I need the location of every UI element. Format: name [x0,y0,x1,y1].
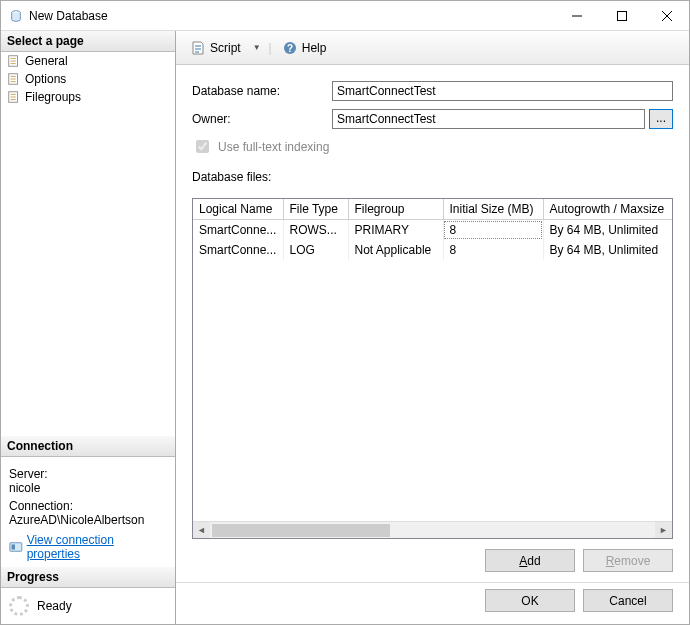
svg-text:?: ? [287,43,293,54]
connection-header: Connection [1,436,175,457]
col-initial-size[interactable]: Initial Size (MB) [443,199,543,220]
help-button[interactable]: ? Help [278,38,331,58]
col-file-type[interactable]: File Type [283,199,348,220]
progress-header: Progress [1,567,175,588]
script-label: Script [210,41,241,55]
database-files-label: Database files: [192,170,673,184]
server-label: Server: [9,467,167,481]
db-name-label: Database name: [192,84,332,98]
script-button[interactable]: Script [186,38,245,58]
table-row[interactable]: SmartConne...LOGNot Applicable8By 64 MB,… [193,240,672,260]
nav-label: Filegroups [25,90,81,104]
col-filegroup[interactable]: Filegroup [348,199,443,220]
toolbar: Script ▼ | ? Help [176,31,689,65]
scroll-left-arrow[interactable]: ◄ [193,522,210,539]
remove-button: Remove [583,549,673,572]
owner-browse-button[interactable]: ... [649,109,673,129]
window-title: New Database [29,9,554,23]
server-value: nicole [9,481,167,495]
progress-spinner-icon [9,596,29,616]
page-general[interactable]: General [1,52,175,70]
cell[interactable]: SmartConne... [193,220,283,240]
page-filegroups[interactable]: Filegroups [1,88,175,106]
right-pane: Script ▼ | ? Help Database name: Owner: … [176,31,689,624]
horizontal-scrollbar[interactable]: ◄ ► [193,521,672,538]
connection-label: Connection: [9,499,167,513]
database-icon [9,9,23,23]
cell[interactable]: SmartConne... [193,240,283,260]
add-button[interactable]: Add [485,549,575,572]
cell[interactable]: Not Applicable [348,240,443,260]
maximize-button[interactable] [599,1,644,31]
connection-value: AzureAD\NicoleAlbertson [9,513,167,527]
col-logical-name[interactable]: Logical Name [193,199,283,220]
left-pane: Select a page General Options Filegroups… [1,31,176,624]
fulltext-checkbox [196,140,209,153]
cell[interactable]: 8 [443,220,543,240]
nav-label: General [25,54,68,68]
svg-rect-6 [12,544,15,549]
progress-status: Ready [37,599,72,613]
table-row[interactable]: SmartConne...ROWS...PRIMARY8By 64 MB, Un… [193,220,672,240]
cell[interactable]: By 64 MB, Unlimited [543,240,672,260]
col-autogrowth[interactable]: Autogrowth / Maxsize [543,199,672,220]
cell[interactable]: PRIMARY [348,220,443,240]
database-files-grid[interactable]: Logical Name File Type Filegroup Initial… [192,198,673,539]
owner-label: Owner: [192,112,332,126]
cell[interactable]: By 64 MB, Unlimited [543,220,672,240]
cell[interactable]: 8 [443,240,543,260]
properties-icon [9,540,23,554]
pages-header: Select a page [1,31,175,52]
scroll-right-arrow[interactable]: ► [655,522,672,539]
title-bar: New Database [1,1,689,31]
close-button[interactable] [644,1,689,31]
cell[interactable]: LOG [283,240,348,260]
view-connection-properties-link[interactable]: View connection properties [27,533,167,561]
new-database-dialog: New Database Select a page General Optio… [0,0,690,625]
cell[interactable]: ROWS... [283,220,348,240]
page-options[interactable]: Options [1,70,175,88]
svg-rect-1 [617,11,626,20]
owner-input[interactable] [332,109,645,129]
help-label: Help [302,41,327,55]
minimize-button[interactable] [554,1,599,31]
db-name-input[interactable] [332,81,673,101]
nav-label: Options [25,72,66,86]
script-dropdown-arrow[interactable]: ▼ [251,43,263,52]
fulltext-label: Use full-text indexing [218,140,329,154]
cancel-button[interactable]: Cancel [583,589,673,612]
ok-button[interactable]: OK [485,589,575,612]
